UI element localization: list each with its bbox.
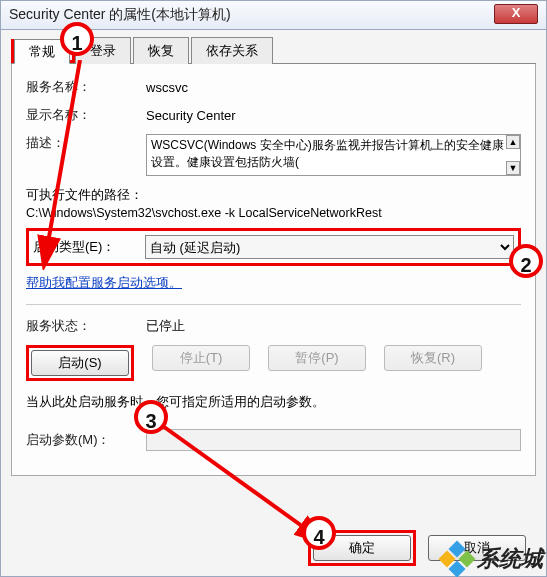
value-service-name: wscsvc bbox=[146, 80, 521, 95]
annotation-3: 3 bbox=[134, 400, 168, 434]
help-configure-link[interactable]: 帮助我配置服务启动选项。 bbox=[26, 275, 182, 290]
annotation-4: 4 bbox=[302, 516, 336, 550]
window-title: Security Center 的属性(本地计算机) bbox=[9, 6, 231, 24]
scroll-down-icon[interactable]: ▼ bbox=[506, 161, 520, 175]
label-exe-path: 可执行文件的路径： bbox=[26, 186, 521, 204]
description-scrollbar[interactable]: ▲ ▼ bbox=[506, 135, 520, 175]
stop-button: 停止(T) bbox=[152, 345, 250, 371]
help-text: 当从此处启动服务时，您可指定所适用的启动参数。 bbox=[26, 393, 521, 411]
annotation-frame-startup: 启动类型(E)： 自动 (延迟启动) bbox=[26, 228, 521, 266]
separator bbox=[26, 304, 521, 305]
annotation-frame-start: 启动(S) bbox=[26, 345, 134, 381]
start-button[interactable]: 启动(S) bbox=[31, 350, 129, 376]
value-service-status: 已停止 bbox=[146, 317, 521, 335]
value-display-name: Security Center bbox=[146, 108, 521, 123]
start-params-input bbox=[146, 429, 521, 451]
label-display-name: 显示名称： bbox=[26, 106, 146, 124]
annotation-1: 1 bbox=[60, 22, 94, 56]
pause-button: 暂停(P) bbox=[268, 345, 366, 371]
label-start-params: 启动参数(M)： bbox=[26, 431, 146, 449]
close-button[interactable]: X bbox=[494, 4, 538, 24]
startup-type-select[interactable]: 自动 (延迟启动) bbox=[145, 235, 514, 259]
resume-button: 恢复(R) bbox=[384, 345, 482, 371]
value-exe-path: C:\Windows\System32\svchost.exe -k Local… bbox=[26, 206, 521, 220]
tab-dependencies[interactable]: 依存关系 bbox=[191, 37, 273, 64]
scroll-up-icon[interactable]: ▲ bbox=[506, 135, 520, 149]
service-control-buttons: 启动(S) 停止(T) 暂停(P) 恢复(R) bbox=[26, 345, 521, 381]
description-text: WSCSVC(Windows 安全中心)服务监视并报告计算机上的安全健康设置。健… bbox=[151, 138, 504, 169]
watermark-text: 系统城 bbox=[477, 544, 543, 574]
tab-recovery[interactable]: 恢复 bbox=[133, 37, 189, 64]
label-service-status: 服务状态： bbox=[26, 317, 146, 335]
label-description: 描述： bbox=[26, 134, 146, 152]
tab-panel-general: 服务名称： wscsvc 显示名称： Security Center 描述： W… bbox=[11, 64, 536, 476]
dialog-body: 常规 登录 恢复 依存关系 服务名称： wscsvc 显示名称： Securit… bbox=[0, 30, 547, 577]
watermark: 系统城 bbox=[441, 543, 543, 575]
annotation-2: 2 bbox=[509, 244, 543, 278]
watermark-logo-icon bbox=[441, 543, 473, 575]
label-startup-type: 启动类型(E)： bbox=[33, 238, 145, 256]
description-textbox[interactable]: WSCSVC(Windows 安全中心)服务监视并报告计算机上的安全健康设置。健… bbox=[146, 134, 521, 176]
label-service-name: 服务名称： bbox=[26, 78, 146, 96]
